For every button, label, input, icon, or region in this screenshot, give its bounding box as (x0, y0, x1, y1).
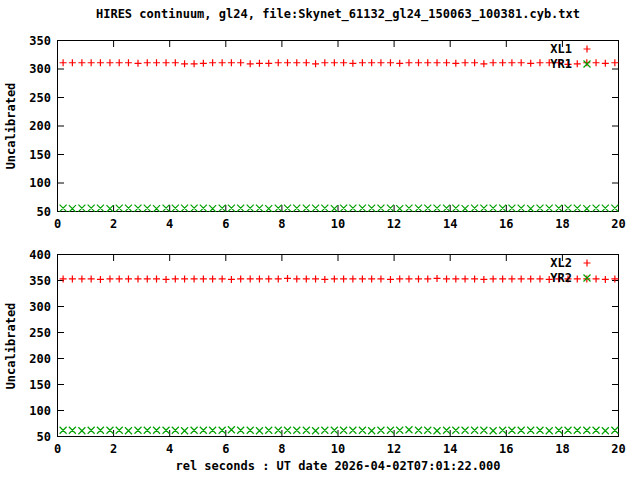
x-tick-label: 8 (262, 442, 302, 456)
y-tick-label: 350 (1, 274, 51, 288)
x-tick-label: 20 (599, 442, 639, 456)
x-tick-label: 14 (430, 442, 470, 456)
x-tick-label: 16 (486, 217, 526, 231)
legend-entry-xl1: XL1 (550, 41, 595, 56)
x-tick-label: 20 (599, 217, 639, 231)
y-tick-label: 200 (1, 352, 51, 366)
chart-title: HIRES continuum, gl24, file:Skynet_61132… (57, 7, 619, 21)
plot-bottom-canvas (57, 254, 619, 437)
y-tick-label: 150 (1, 378, 51, 392)
plus-marker-icon (579, 257, 595, 269)
y-tick-label: 250 (1, 91, 51, 105)
x-tick-label: 16 (486, 442, 526, 456)
y-tick-label: 350 (1, 34, 51, 48)
x-tick-label: 10 (318, 217, 358, 231)
y-tick-label: 250 (1, 326, 51, 340)
legend-entry-xl2: XL2 (550, 255, 595, 270)
legend-top: XL1 YR1 (550, 41, 595, 71)
x-tick-label: 14 (430, 217, 470, 231)
legend-label: XL2 (550, 256, 572, 270)
cross-marker-icon (579, 272, 595, 284)
y-tick-label: 100 (1, 176, 51, 190)
x-tick-label: 6 (206, 442, 246, 456)
plus-marker-icon (579, 43, 595, 55)
x-tick-label: 4 (150, 442, 190, 456)
legend-bottom: XL2 YR2 (550, 255, 595, 285)
legend-entry-yr2: YR2 (550, 270, 595, 285)
y-tick-label: 200 (1, 119, 51, 133)
x-tick-label: 18 (542, 217, 582, 231)
plot-panel-top: Uncalibrated XL1 YR1 5010015020025030035… (57, 40, 619, 212)
y-tick-label: 400 (1, 248, 51, 262)
x-tick-label: 6 (206, 217, 246, 231)
x-tick-label: 12 (374, 217, 414, 231)
x-tick-label: 12 (374, 442, 414, 456)
plot-top-canvas (57, 40, 619, 212)
x-tick-label: 8 (262, 217, 302, 231)
y-tick-label: 300 (1, 62, 51, 76)
x-tick-label: 2 (94, 217, 134, 231)
x-tick-label: 2 (94, 442, 134, 456)
legend-label: YR1 (550, 57, 572, 71)
legend-entry-yr1: YR1 (550, 56, 595, 71)
gnuplot-window: { "title": "HIRES continuum, gl24, file:… (0, 0, 640, 480)
y-axis-label: Uncalibrated (4, 302, 18, 389)
x-axis-label: rel seconds : UT date 2026-04-02T07:01:2… (57, 459, 619, 473)
x-tick-label: 0 (38, 442, 78, 456)
y-tick-label: 150 (1, 148, 51, 162)
x-tick-label: 0 (38, 217, 78, 231)
x-tick-label: 10 (318, 442, 358, 456)
plot-panel-bottom: Uncalibrated XL2 YR2 5010015020025030035… (57, 254, 619, 437)
y-tick-label: 100 (1, 404, 51, 418)
legend-label: YR2 (550, 271, 572, 285)
x-tick-label: 18 (542, 442, 582, 456)
legend-label: XL1 (550, 42, 572, 56)
x-tick-label: 4 (150, 217, 190, 231)
y-tick-label: 300 (1, 300, 51, 314)
cross-marker-icon (579, 58, 595, 70)
